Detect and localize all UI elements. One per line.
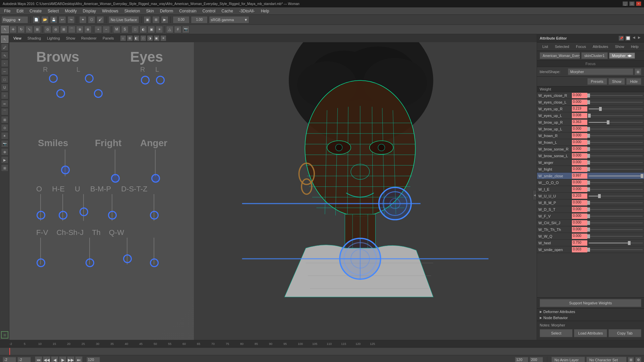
weight-list[interactable]: W_eyes_close_R0.000W_eyes_close_L0.000W_… — [537, 92, 644, 297]
weight-value-input[interactable]: 0.000 — [572, 146, 587, 152]
soft-select[interactable]: ⊙ — [44, 26, 51, 33]
layout-tool[interactable]: ⊞ — [1, 164, 8, 172]
weight-slider[interactable] — [589, 106, 643, 112]
weight-value-input[interactable]: 0.003 — [572, 247, 587, 252]
end-frame-input[interactable]: 120 — [87, 357, 100, 362]
tab-list[interactable]: List — [540, 44, 551, 49]
slider-thumb[interactable] — [587, 161, 590, 165]
menu-deform[interactable]: Deform — [157, 8, 176, 14]
range-end-input[interactable]: 200 — [530, 357, 543, 362]
smiles-ctrl[interactable] — [61, 166, 70, 174]
minus-btn[interactable]: − — [103, 26, 110, 33]
weight-value-input[interactable]: 0.000 — [572, 220, 587, 226]
skin-cluster-btn[interactable]: skinCluster1 — [581, 52, 608, 59]
symmetry[interactable]: ⊝ — [52, 26, 59, 33]
slider-thumb[interactable] — [607, 120, 609, 124]
smooth-btn[interactable]: ◐ — [140, 26, 147, 33]
value1-input[interactable]: 0.00 — [173, 16, 190, 23]
support-negative-btn[interactable]: Support Negative Weights — [540, 299, 641, 307]
weight-slider[interactable] — [589, 100, 643, 105]
slider-thumb[interactable] — [587, 167, 590, 171]
surface-tool[interactable]: ⊞ — [1, 116, 8, 123]
menu-help[interactable]: Help — [258, 8, 272, 14]
anger-ctrl[interactable] — [151, 174, 160, 183]
weight-slider[interactable] — [589, 207, 643, 212]
sculpt-tool[interactable]: ∿ — [1, 52, 8, 59]
deform-tool[interactable]: ⊙ — [1, 124, 8, 131]
slider-thumb[interactable] — [587, 201, 590, 205]
brow-l-ctrl-1[interactable] — [85, 74, 94, 83]
slider-thumb[interactable] — [628, 241, 631, 245]
weight-row[interactable]: W_eyes_up_L0.008 — [537, 112, 644, 119]
menu-create[interactable]: Create — [27, 8, 44, 14]
menu-control[interactable]: Control — [200, 8, 218, 14]
select-tool-left[interactable]: ↖ — [1, 36, 8, 43]
uv-tool[interactable]: U — [1, 84, 8, 91]
gamma-dropdown[interactable]: sRGB gamma ▼ — [209, 16, 249, 23]
select-tool[interactable]: ✦ — [79, 16, 87, 23]
slider-thumb[interactable] — [587, 214, 590, 218]
ph-he-ctrl[interactable] — [59, 211, 67, 220]
camera-home[interactable]: ⌂ — [120, 35, 126, 41]
weight-value-input[interactable]: 0.750 — [572, 240, 587, 246]
weight-row[interactable]: W_heel0.750 — [537, 240, 644, 246]
weight-row[interactable]: W__O_O_O0.000 — [537, 179, 644, 186]
window-controls[interactable]: _ □ × — [623, 1, 641, 6]
load-attributes-btn[interactable]: Load Attributes — [574, 329, 607, 337]
lasso-tool[interactable]: ⬡ — [88, 16, 95, 23]
hide-btn[interactable]: Hide — [626, 78, 641, 85]
grid-btn[interactable]: # — [174, 26, 181, 33]
menu-constrain[interactable]: Constrain — [176, 8, 199, 14]
weight-slider[interactable] — [589, 220, 643, 226]
tab-selected[interactable]: Selected — [552, 44, 572, 49]
weight-value-input[interactable]: 0.000 — [572, 200, 587, 205]
weight-slider[interactable] — [589, 234, 643, 239]
poly-count[interactable]: △ — [166, 26, 173, 33]
curve-tool[interactable]: ⌒ — [1, 108, 8, 115]
frame-all[interactable]: ⊞ — [127, 35, 133, 41]
start-frame-input[interactable]: -2 — [3, 357, 16, 362]
timeline-ruler[interactable]: -251015202530354045505560657075808590951… — [0, 340, 644, 348]
vertex-tool[interactable]: ◦ — [1, 60, 8, 67]
constraint-tool[interactable]: ⊕ — [1, 148, 8, 156]
slider-thumb[interactable] — [587, 147, 590, 151]
slider-thumb[interactable] — [587, 181, 590, 185]
go-to-start-btn[interactable]: ⏮ — [35, 356, 42, 362]
weight-slider[interactable] — [589, 126, 643, 132]
play-back-btn[interactable]: ◀ — [51, 356, 58, 362]
character-viewport[interactable]: persp — [194, 42, 537, 340]
slider-thumb[interactable] — [588, 114, 591, 118]
slider-thumb[interactable] — [587, 154, 590, 158]
morpher-btn[interactable]: M — [113, 26, 120, 33]
node-name-btn[interactable]: American_Woman_Everyday_Style_Rigged — [540, 52, 580, 59]
timeline-ctrl-btn1[interactable]: ⊞ — [628, 357, 634, 362]
weight-value-input[interactable]: 0.000 — [572, 180, 587, 185]
weight-slider[interactable] — [589, 146, 643, 152]
eye-r-ctrl[interactable] — [141, 76, 150, 84]
texture-btn[interactable]: ▣ — [148, 26, 155, 33]
show-btn[interactable]: Show — [608, 78, 625, 85]
deformer-header[interactable]: ▶ Deformer Attributes — [537, 309, 644, 315]
weight-row[interactable]: W_CH_SH_J0.000 — [537, 220, 644, 226]
menu-file[interactable]: File — [1, 8, 13, 14]
menu-windows[interactable]: Windows — [99, 8, 121, 14]
ph-dstz-ctrl[interactable] — [150, 211, 159, 220]
renderer-menu[interactable]: Renderer — [78, 36, 99, 41]
presets-btn[interactable]: Presets — [587, 78, 607, 85]
weight-row[interactable]: W_frown_L0.000 — [537, 139, 644, 146]
tab-show[interactable]: Show — [612, 44, 627, 49]
attr-pin-btn[interactable]: 📌 — [619, 36, 624, 41]
menu-select[interactable]: Select — [45, 8, 61, 14]
open-file-button[interactable]: 📂 — [41, 16, 49, 23]
plus-btn[interactable]: + — [95, 26, 102, 33]
weight-row[interactable]: W_Th_Th_Th0.000 — [537, 226, 644, 233]
weight-row[interactable]: W_W_Q0.000 — [537, 233, 644, 240]
slider-thumb[interactable] — [598, 194, 601, 198]
save-file-button[interactable]: 💾 — [50, 16, 57, 23]
menu-skeleton[interactable]: Skeleton — [122, 8, 143, 14]
slider-thumb[interactable] — [587, 207, 590, 212]
weight-slider[interactable] — [589, 120, 643, 125]
ph-chshj-ctrl[interactable] — [86, 258, 94, 267]
slider-thumb[interactable] — [587, 94, 590, 98]
frame-sel[interactable]: ◧ — [133, 35, 140, 41]
